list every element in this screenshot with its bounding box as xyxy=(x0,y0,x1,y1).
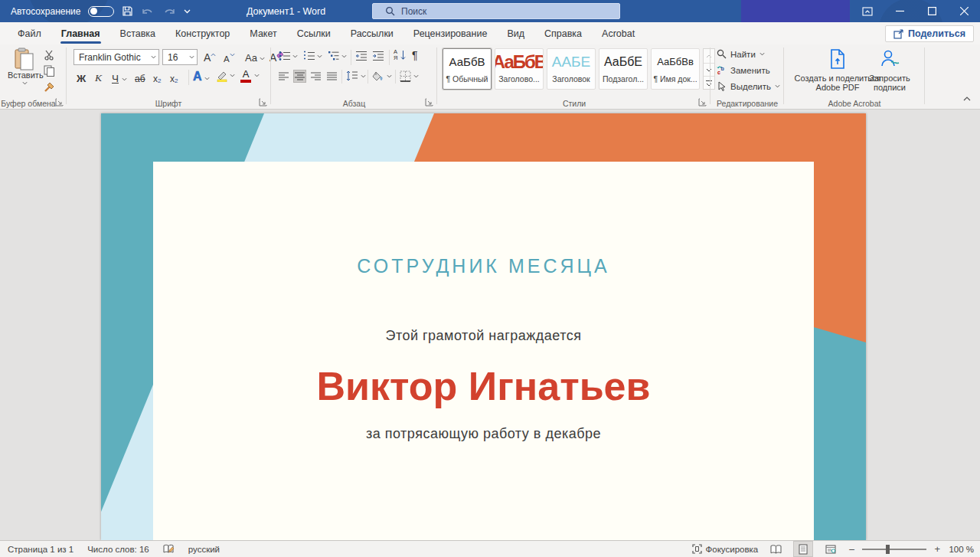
zoom-slider-thumb[interactable] xyxy=(886,545,890,554)
proofing-status-icon[interactable] xyxy=(163,544,175,554)
chevron-down-icon[interactable] xyxy=(254,74,260,77)
tab-layout[interactable]: Макет xyxy=(240,24,286,44)
bullet-list-button[interactable] xyxy=(279,51,291,61)
borders-button[interactable] xyxy=(400,70,419,82)
page-indicator[interactable]: Страница 1 из 1 xyxy=(8,545,74,554)
group-label: Стили xyxy=(439,99,709,108)
style-heading2[interactable]: ААБЕ Заголовок xyxy=(547,48,596,90)
tab-help[interactable]: Справка xyxy=(534,24,592,44)
style-docname[interactable]: АаБбВв ¶ Имя док... xyxy=(651,48,700,90)
word-count[interactable]: Число слов: 16 xyxy=(87,545,149,554)
strikethrough-button[interactable]: аб xyxy=(135,70,145,84)
show-marks-button[interactable]: ¶ xyxy=(412,49,418,61)
autosave-toggle[interactable] xyxy=(88,6,114,17)
superscript-button[interactable]: x2 xyxy=(170,70,178,84)
group-paragraph: АЯ ¶ Абзац xyxy=(273,44,436,109)
minimize-button[interactable] xyxy=(884,0,916,22)
justify-button[interactable] xyxy=(325,70,338,83)
subscript-button[interactable]: x2 xyxy=(153,70,161,84)
style-normal[interactable]: АаБбВ ¶ Обычный xyxy=(443,48,492,90)
read-mode-button[interactable] xyxy=(766,541,786,557)
zoom-out-button[interactable]: − xyxy=(848,546,854,553)
group-clipboard: Вставить Буфер обмена xyxy=(0,44,66,109)
tab-file[interactable]: Файл xyxy=(8,24,51,44)
tab-home[interactable]: Главная xyxy=(51,24,110,44)
text-effects-button[interactable]: А xyxy=(193,70,210,84)
share-button[interactable]: Поделиться xyxy=(885,25,974,42)
paste-button[interactable]: Вставить xyxy=(8,48,41,85)
tab-review[interactable]: Рецензирование xyxy=(403,24,498,44)
certificate-recipient-name[interactable]: Виктор Игнатьев xyxy=(153,363,814,409)
select-button[interactable]: Выделить xyxy=(717,81,780,91)
tab-acrobat[interactable]: Acrobat xyxy=(592,24,645,44)
certificate-title[interactable]: СОТРУДНИК МЕСЯЦА xyxy=(153,255,814,277)
zoom-level[interactable]: 100 % xyxy=(948,545,974,554)
align-left-button[interactable] xyxy=(277,70,290,83)
maximize-button[interactable] xyxy=(916,0,948,22)
decrease-indent-button[interactable] xyxy=(355,51,368,61)
copy-button[interactable] xyxy=(44,65,55,77)
search-icon xyxy=(385,6,395,16)
group-label: Шрифт xyxy=(67,99,270,108)
document-page[interactable]: СОТРУДНИК МЕСЯЦА Этой грамотой награждае… xyxy=(101,113,866,540)
certificate-awarded-line[interactable]: Этой грамотой награждается xyxy=(153,328,814,344)
format-painter-button[interactable] xyxy=(44,81,56,93)
font-color-button[interactable]: А xyxy=(240,70,251,83)
undo-icon[interactable] xyxy=(141,6,155,17)
find-button[interactable]: Найти xyxy=(717,49,765,59)
print-layout-button[interactable] xyxy=(793,541,813,557)
italic-button[interactable]: К xyxy=(95,70,102,84)
change-case-button[interactable]: Aa xyxy=(245,50,265,64)
tab-view[interactable]: Вид xyxy=(497,24,534,44)
certificate-reason-line[interactable]: за потрясающую работу в декабре xyxy=(153,426,814,442)
align-right-button[interactable] xyxy=(309,70,322,83)
customize-qat-icon[interactable] xyxy=(184,9,191,14)
shrink-font-button[interactable]: A xyxy=(224,50,235,64)
tab-mailings[interactable]: Рассылки xyxy=(341,24,403,44)
multilevel-list-button[interactable] xyxy=(328,51,340,61)
font-name-combo[interactable]: Franklin Gothic xyxy=(74,49,159,65)
chevron-down-icon[interactable] xyxy=(341,54,347,58)
sort-button[interactable]: АЯ xyxy=(394,49,406,61)
grow-font-button[interactable]: A xyxy=(204,50,216,64)
tab-design[interactable]: Конструктор xyxy=(165,24,240,44)
font-dialog-launcher[interactable] xyxy=(259,98,267,106)
cursor-arrow-icon xyxy=(717,81,727,91)
replace-button[interactable]: bc Заменить xyxy=(717,65,770,75)
underline-button[interactable]: Ч xyxy=(112,70,127,84)
tab-insert[interactable]: Вставка xyxy=(110,24,165,44)
increase-indent-button[interactable] xyxy=(372,51,384,61)
line-spacing-button[interactable] xyxy=(346,70,366,81)
ribbon-display-options-icon[interactable] xyxy=(851,0,884,22)
paragraph-dialog-launcher[interactable] xyxy=(425,98,433,106)
zoom-slider[interactable] xyxy=(862,549,926,550)
chevron-down-icon xyxy=(204,77,210,80)
style-heading1[interactable]: АаБбВ Заголово... xyxy=(495,48,544,90)
zoom-in-button[interactable]: + xyxy=(934,546,940,553)
chevron-down-icon[interactable] xyxy=(317,54,322,58)
focus-mode-button[interactable]: Фокусировка xyxy=(692,544,759,554)
font-size-combo[interactable]: 16 xyxy=(162,49,198,65)
save-icon[interactable] xyxy=(122,5,133,17)
bold-button[interactable]: Ж xyxy=(77,70,86,84)
collapse-ribbon-button[interactable] xyxy=(963,97,971,101)
align-center-button[interactable] xyxy=(293,70,306,83)
search-input[interactable]: Поиск xyxy=(372,3,620,19)
cut-button[interactable] xyxy=(44,49,55,61)
web-layout-button[interactable] xyxy=(821,541,841,557)
request-signatures-button[interactable]: Запросить подписи xyxy=(859,48,920,92)
style-subtitle[interactable]: АаБбЕ Подзагол... xyxy=(599,48,648,90)
redo-icon[interactable] xyxy=(162,6,176,17)
close-button[interactable] xyxy=(948,0,980,22)
chevron-down-icon[interactable] xyxy=(230,74,235,77)
styles-dialog-launcher[interactable] xyxy=(698,98,707,106)
chevron-down-icon[interactable] xyxy=(292,54,298,58)
numbered-list-button[interactable] xyxy=(303,51,315,61)
search-icon xyxy=(717,49,727,59)
account-area[interactable] xyxy=(741,0,850,22)
highlight-button[interactable] xyxy=(216,70,228,82)
shading-button[interactable] xyxy=(372,70,392,82)
tab-references[interactable]: Ссылки xyxy=(287,24,341,44)
clipboard-dialog-launcher[interactable] xyxy=(55,98,64,106)
language-indicator[interactable]: русский xyxy=(188,545,220,554)
